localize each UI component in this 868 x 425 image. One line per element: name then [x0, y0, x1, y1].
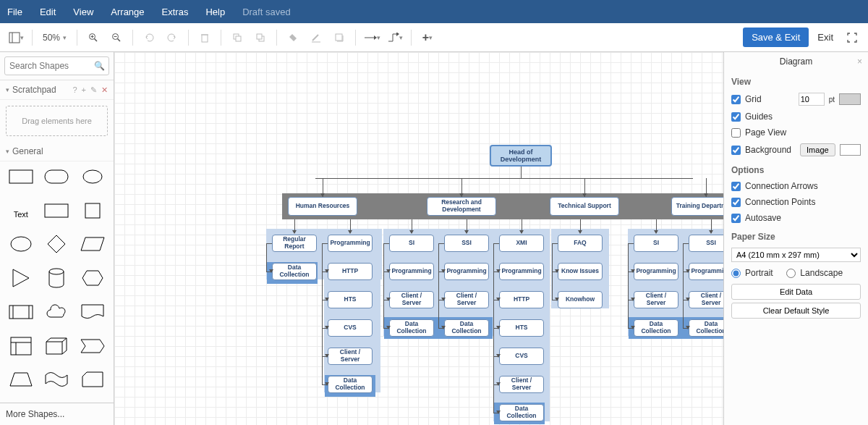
diagram-node[interactable]: SI	[634, 235, 678, 252]
diagram-node[interactable]: Client / Server	[634, 291, 678, 308]
help-icon[interactable]: ?	[72, 85, 77, 95]
diagram-node[interactable]: Data Collection	[328, 376, 373, 393]
diagram-node[interactable]: Programming	[689, 263, 723, 280]
close-panel-icon[interactable]: ×	[857, 56, 862, 67]
exit-button[interactable]: Exit	[812, 32, 839, 43]
more-shapes-button[interactable]: More Shapes...	[0, 403, 114, 425]
save-exit-button[interactable]: Save & Exit	[743, 28, 809, 47]
view-mode-button[interactable]: ▾	[6, 28, 26, 48]
diagram-node[interactable]: CVS	[328, 319, 373, 337]
diagram-node[interactable]: Programming	[634, 263, 678, 280]
diagram-node[interactable]: FAQ	[558, 235, 603, 252]
shape-square[interactable]	[76, 200, 109, 222]
diagram-node[interactable]: Data Collection	[444, 319, 489, 337]
grid-size-input[interactable]	[799, 93, 825, 106]
edit-data-button[interactable]: Edit Data	[731, 284, 861, 300]
diagram-node[interactable]: HTTP	[328, 263, 373, 280]
shape-cloud[interactable]	[41, 301, 74, 323]
shape-textbox[interactable]	[41, 200, 74, 222]
waypoint-icon[interactable]: ▾	[385, 28, 405, 48]
close-scratch-icon[interactable]: ✕	[101, 85, 108, 95]
guides-checkbox[interactable]	[731, 112, 741, 122]
menu-arrange[interactable]: Arrange	[111, 7, 144, 17]
diagram-node[interactable]: Human Resources	[288, 197, 357, 216]
diagram-node[interactable]: Training Department	[671, 197, 723, 216]
shape-cube[interactable]	[41, 335, 74, 357]
diagram-node[interactable]: Knowhow	[558, 291, 603, 308]
diagram-node[interactable]: Data Collection	[272, 263, 317, 280]
general-section[interactable]: ▾General	[0, 142, 114, 161]
diagram-node[interactable]: XMI	[499, 235, 544, 252]
background-color-swatch[interactable]	[840, 144, 861, 156]
add-scratch-icon[interactable]: +	[82, 85, 86, 95]
diagram-node[interactable]: SSI	[444, 235, 489, 252]
diagram-lane[interactable]	[324, 229, 380, 392]
add-icon[interactable]: +▾	[417, 28, 438, 48]
undo-icon[interactable]	[139, 28, 159, 48]
diagram-node[interactable]: HTTP	[499, 291, 544, 308]
to-front-icon[interactable]	[227, 28, 247, 48]
shape-trapezoid[interactable]	[4, 369, 38, 390]
portrait-radio[interactable]	[731, 269, 741, 278]
grid-color-swatch[interactable]	[839, 93, 861, 105]
clear-style-button[interactable]: Clear Default Style	[731, 303, 861, 319]
diagram-node[interactable]: Client / Server	[328, 348, 373, 365]
diagram-node[interactable]: Data Collection	[499, 404, 544, 421]
diagram-node[interactable]: Programming	[389, 263, 434, 280]
menu-file[interactable]: File	[7, 7, 22, 17]
connection-icon[interactable]: ▾	[362, 28, 382, 48]
menu-help[interactable]: Help	[205, 7, 225, 17]
conn-points-checkbox[interactable]	[731, 198, 741, 207]
shape-internal[interactable]	[4, 335, 38, 357]
shape-document[interactable]	[76, 301, 109, 323]
diagram-node[interactable]: Client / Server	[444, 291, 489, 308]
shape-diamond[interactable]	[41, 233, 74, 255]
shape-process[interactable]	[4, 301, 38, 323]
shape-triangle[interactable]	[4, 267, 38, 289]
diagram-node[interactable]: HTS	[499, 319, 544, 337]
diagram-node[interactable]: Data Collection	[689, 319, 723, 337]
stroke-icon[interactable]	[306, 28, 326, 48]
shape-hexagon[interactable]	[76, 267, 109, 289]
scratchpad-section[interactable]: ▾Scratchpad ?+✎✕	[0, 80, 114, 100]
fill-icon[interactable]	[283, 28, 303, 48]
diagram-node[interactable]: Head of Development	[490, 145, 552, 167]
shape-parallelogram[interactable]	[76, 233, 109, 255]
shape-rect[interactable]	[4, 166, 38, 188]
grid-checkbox[interactable]	[731, 95, 741, 104]
papersize-select[interactable]: A4 (210 mm x 297 mm)	[731, 248, 861, 262]
pageview-checkbox[interactable]	[731, 128, 741, 138]
autosave-checkbox[interactable]	[731, 214, 741, 223]
diagram-node[interactable]: Programming	[328, 235, 373, 252]
canvas[interactable]: Head of DevelopmentHuman ResourcesResear…	[114, 52, 723, 425]
diagram-node[interactable]: SI	[389, 235, 434, 252]
scratchpad-dropzone[interactable]: Drag elements here	[6, 106, 108, 136]
fullscreen-icon[interactable]	[842, 28, 862, 48]
shape-text[interactable]: Text	[4, 210, 38, 219]
diagram-node[interactable]: Data Collection	[634, 319, 678, 337]
zoom-level[interactable]: 50%▾	[38, 33, 71, 43]
diagram-node[interactable]: Programming	[444, 263, 489, 280]
background-image-button[interactable]: Image	[800, 143, 835, 156]
diagram-node[interactable]: HTS	[328, 291, 373, 308]
shape-tape[interactable]	[41, 369, 74, 390]
diagram-node[interactable]: Client / Server	[689, 291, 723, 308]
zoom-in-icon[interactable]	[83, 28, 103, 48]
diagram-node[interactable]: Programming	[499, 263, 544, 280]
background-checkbox[interactable]	[731, 146, 741, 155]
diagram-node[interactable]: SSI	[689, 235, 723, 252]
redo-icon[interactable]	[162, 28, 182, 48]
zoom-out-icon[interactable]	[106, 28, 127, 48]
diagram-node[interactable]: Regular Report	[272, 235, 317, 252]
menu-view[interactable]: View	[73, 7, 93, 17]
shape-ellipse[interactable]	[4, 233, 38, 255]
diagram-node[interactable]: Client / Server	[499, 376, 544, 393]
diagram-node[interactable]: Research and Development	[427, 197, 496, 216]
shape-ellipse-small[interactable]	[76, 166, 109, 188]
diagram-node[interactable]: Client / Server	[389, 291, 434, 308]
menu-edit[interactable]: Edit	[40, 7, 56, 17]
diagram-node[interactable]: Know Issues	[558, 263, 603, 280]
shadow-icon[interactable]	[329, 28, 349, 48]
conn-arrows-checkbox[interactable]	[731, 182, 741, 191]
shape-roundrect[interactable]	[41, 166, 74, 188]
